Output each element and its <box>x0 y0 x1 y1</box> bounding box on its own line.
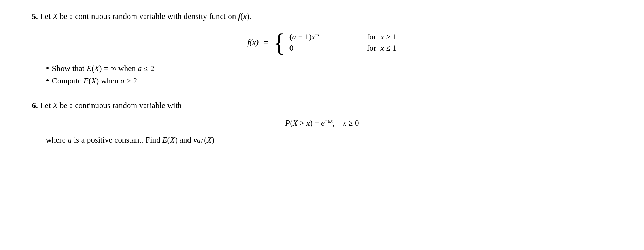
problem-5: 5. Let X be a continuous random variable… <box>32 11 612 86</box>
problem-6-intro: Let X be a continuous random variable wi… <box>40 101 182 110</box>
problem-6: 6. Let X be a continuous random variable… <box>32 100 612 146</box>
bullet-1: Show that E(X) = ∞ when a ≤ 2 <box>46 64 612 73</box>
case-row-2: 0 for x ≤ 1 <box>289 44 397 53</box>
case1-expr: (a − 1)x−a <box>289 32 346 42</box>
case2-condition: for x ≤ 1 <box>367 44 397 53</box>
case-row-1: (a − 1)x−a for x > 1 <box>289 32 397 42</box>
brace-container: { (a − 1)x−a for x > 1 0 for x ≤ 1 <box>273 30 397 55</box>
left-brace: { <box>273 30 285 55</box>
case2-cond: x ≤ 1 <box>381 44 397 53</box>
bullet-2-text: Compute E(X) when a > 2 <box>52 76 137 86</box>
equals-sign: = <box>263 38 268 47</box>
bullet-2: Compute E(X) when a > 2 <box>46 76 612 86</box>
page-content: 5. Let X be a continuous random variable… <box>32 11 612 146</box>
case1-for: for <box>367 32 376 42</box>
case1-condition: for x > 1 <box>367 32 397 42</box>
problem-5-intro: Let X be a continuous random variable wi… <box>40 12 251 21</box>
case2-expr: 0 <box>289 44 346 53</box>
case2-for: for <box>367 44 376 53</box>
bullet-1-text: Show that E(X) = ∞ when a ≤ 2 <box>52 64 154 73</box>
problem-6-formula: P(X > x) = e−ax, x ≥ 0 <box>32 119 612 128</box>
problem-6-header: 6. Let X be a continuous random variable… <box>32 100 612 112</box>
problem-5-number: 5. <box>32 12 38 21</box>
case1-cond: x > 1 <box>381 32 397 42</box>
fx-label: f(x) <box>247 38 259 47</box>
problem-6-conclusion: where a is a positive constant. Find E(X… <box>46 134 612 146</box>
problem-5-header: 5. Let X be a continuous random variable… <box>32 11 612 23</box>
problem-5-formula: f(x) = { (a − 1)x−a for x > 1 0 <box>32 30 612 55</box>
problem-6-number: 6. <box>32 101 38 110</box>
problem-5-bullets: Show that E(X) = ∞ when a ≤ 2 Compute E(… <box>46 64 612 86</box>
cases: (a − 1)x−a for x > 1 0 for x ≤ 1 <box>289 32 397 53</box>
